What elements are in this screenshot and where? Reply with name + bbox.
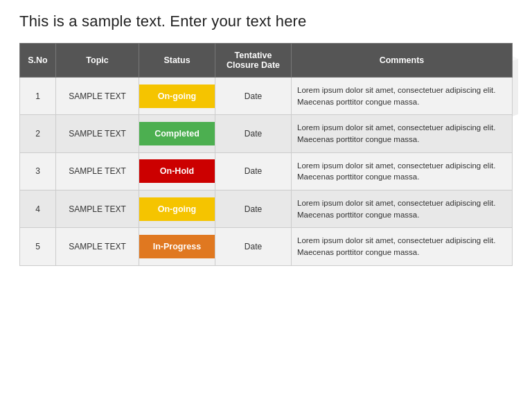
status-badge: In-Progress	[139, 235, 215, 258]
cell-comments: Lorem ipsum dolor sit amet, consectetuer…	[292, 190, 513, 228]
status-badge: On-going	[139, 197, 215, 221]
col-header-status: Status	[139, 44, 215, 78]
cell-status: On-Hold	[139, 152, 215, 190]
table-row: 3 SAMPLE TEXT On-Hold Date Lorem ipsum d…	[20, 152, 513, 190]
cell-sno: 4	[20, 190, 56, 228]
cell-date: Date	[215, 78, 292, 115]
cell-topic: SAMPLE TEXT	[56, 228, 139, 265]
status-badge: Completed	[139, 122, 215, 145]
cell-status: On-going	[139, 78, 215, 115]
col-header-sno: S.No	[20, 44, 56, 78]
table-row: 5 SAMPLE TEXT In-Progress Date Lorem ips…	[20, 228, 513, 265]
cell-topic: SAMPLE TEXT	[56, 152, 139, 190]
cell-status: Completed	[139, 115, 215, 152]
table-row: 1 SAMPLE TEXT On-going Date Lorem ipsum …	[20, 78, 513, 115]
cell-sno: 3	[20, 152, 56, 190]
status-badge: On-going	[139, 85, 215, 108]
col-header-date: TentativeClosure Date	[215, 44, 292, 78]
cell-sno: 5	[20, 228, 56, 265]
cell-sno: 2	[20, 115, 56, 152]
cell-date: Date	[215, 228, 292, 265]
cell-date: Date	[215, 152, 292, 190]
page-content: This is a sample text. Enter your text h…	[0, 0, 532, 278]
cell-status: In-Progress	[139, 228, 215, 265]
cell-comments: Lorem ipsum dolor sit amet, consectetuer…	[292, 228, 513, 265]
cell-comments: Lorem ipsum dolor sit amet, consectetuer…	[292, 152, 513, 190]
cell-topic: SAMPLE TEXT	[56, 190, 139, 228]
col-header-comments: Comments	[292, 44, 513, 78]
col-header-topic: Topic	[56, 44, 139, 78]
status-badge: On-Hold	[139, 159, 215, 183]
cell-sno: 1	[20, 78, 56, 115]
page-title: This is a sample text. Enter your text h…	[19, 12, 513, 30]
cell-status: On-going	[139, 190, 215, 228]
table-row: 2 SAMPLE TEXT Completed Date Lorem ipsum…	[20, 115, 513, 152]
cell-topic: SAMPLE TEXT	[56, 115, 139, 152]
table-row: 4 SAMPLE TEXT On-going Date Lorem ipsum …	[20, 190, 513, 228]
cell-comments: Lorem ipsum dolor sit amet, consectetuer…	[292, 78, 513, 115]
cell-date: Date	[215, 115, 292, 152]
cell-topic: SAMPLE TEXT	[56, 78, 139, 115]
main-table: S.No Topic Status TentativeClosure Date …	[19, 43, 513, 266]
cell-date: Date	[215, 190, 292, 228]
cell-comments: Lorem ipsum dolor sit amet, consectetuer…	[292, 115, 513, 152]
table-header-row: S.No Topic Status TentativeClosure Date …	[20, 44, 513, 78]
